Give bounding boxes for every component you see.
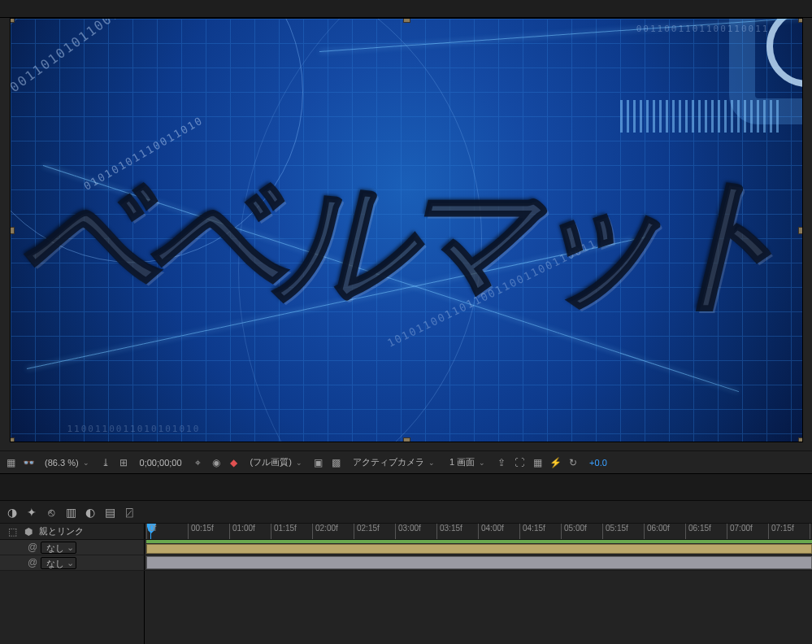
timeline-empty-area[interactable] [145, 571, 812, 644]
eye-icon[interactable]: ◑ [7, 507, 18, 518]
ruler-tick: 07:00f [727, 524, 753, 539]
ruler-tick: 04:00f [478, 524, 504, 539]
channel-icon[interactable]: ◆ [228, 457, 240, 468]
selection-handle[interactable] [10, 438, 14, 442]
exposure-value[interactable]: +0.0 [585, 457, 611, 468]
layer-clip[interactable] [146, 556, 812, 569]
ruler-tick: 03:00f [395, 524, 421, 539]
selection-handle[interactable] [799, 18, 803, 22]
ruler-tick: 06:15f [685, 524, 711, 539]
ruler-tick: 04:15f [519, 524, 545, 539]
cube-icon: ⬚ [7, 526, 18, 537]
viewer-statusbar: ▦ 👓 (86.3 %) ⌄ ⤓ ⊞ 0;00;00;00 ⌖ ◉ ◆ (フル画… [0, 450, 812, 473]
parent-dropdown[interactable]: なし [41, 542, 76, 554]
marker-icon[interactable]: ⍁ [124, 507, 135, 518]
canvas[interactable]: 0011010101100110011 01010101110011010 10… [10, 18, 803, 442]
cube-icon: ⬢ [23, 526, 34, 537]
transparency-icon[interactable]: ▩ [331, 457, 342, 468]
parent-dropdown[interactable]: なし [41, 557, 76, 569]
mask-icon[interactable]: 👓 [23, 457, 34, 468]
hero-text-layer[interactable]: ベベルマット [19, 144, 779, 339]
selection-handle[interactable] [799, 438, 803, 442]
ruler-tick: 01:15f [271, 524, 297, 539]
chevron-down-icon: ⌄ [479, 459, 485, 467]
shy-icon[interactable]: ⎋ [46, 507, 57, 518]
motion-blur-icon[interactable]: ◐ [85, 507, 96, 518]
selection-handle[interactable] [10, 18, 14, 22]
work-area-bar[interactable] [146, 540, 812, 543]
selection-handle[interactable] [799, 228, 803, 233]
views-dropdown[interactable]: 1 画面 ⌄ [445, 455, 489, 469]
camera-dropdown[interactable]: アクティブカメラ ⌄ [349, 455, 439, 469]
zoom-dropdown[interactable]: (86.3 %) ⌄ [41, 457, 93, 468]
ruler-tick: 0f [146, 524, 156, 539]
pickwhip-icon[interactable]: @ [28, 557, 37, 568]
selection-handle[interactable] [404, 438, 410, 442]
renderer-icon[interactable]: ⛶ [514, 457, 525, 468]
selection-handle[interactable] [10, 228, 14, 233]
column-header-parent-link[interactable]: ⬚ ⬢ 親とリンク [0, 524, 145, 539]
region-icon[interactable]: ▣ [313, 457, 324, 468]
ruler-tick: 06:00f [644, 524, 670, 539]
ruler-tick: 02:15f [354, 524, 380, 539]
bg-binary-text: 1100110011010101010 [67, 424, 201, 434]
alpha-icon[interactable]: ▦ [5, 457, 16, 468]
quality-dropdown[interactable]: (フル画質) ⌄ [246, 455, 306, 469]
share-icon[interactable]: ⇪ [496, 457, 507, 468]
composition-viewer[interactable]: 0011010101100110011 01010101110011010 10… [0, 18, 812, 450]
layer-row[interactable]: @ なし [0, 555, 812, 571]
fast-preview-icon[interactable]: ⚡ [549, 457, 561, 468]
ruler-tick: 00:15f [188, 524, 214, 539]
timecode[interactable]: 0;00;00;00 [136, 457, 186, 468]
ruler-tick: 07:15f [768, 524, 794, 539]
views-label: 1 画面 [449, 456, 475, 468]
chevron-down-icon: ⌄ [296, 459, 302, 467]
zoom-value: (86.3 %) [45, 458, 79, 468]
chevron-down-icon: ⌄ [83, 459, 89, 467]
snapshot-icon[interactable]: ⌖ [193, 457, 204, 468]
refresh-icon[interactable]: ↻ [567, 457, 579, 468]
ruler-tick: 05:00f [561, 524, 587, 539]
time-ruler[interactable]: 0f00:15f01:00f01:15f02:00f02:15f03:00f03… [145, 524, 812, 539]
pickwhip-icon[interactable]: @ [28, 542, 37, 553]
ruler-tick: 02:00f [312, 524, 338, 539]
camera-icon[interactable]: ◉ [211, 457, 222, 468]
layer-row[interactable]: @ なし [0, 540, 812, 555]
parent-link-label: 親とリンク [39, 525, 84, 537]
timeline-toolbar: ◑ ✦ ⎋ ▥ ◐ ▤ ⍁ [0, 501, 812, 524]
layer-clip[interactable] [146, 544, 812, 554]
tag-icon[interactable]: ✦ [26, 507, 37, 518]
timeline-panel: ◑ ✦ ⎋ ▥ ◐ ▤ ⍁ ⬚ ⬢ 親とリンク 0f00:15f01:00f01… [0, 501, 812, 644]
ruler-tick: 05:15f [602, 524, 628, 539]
frame-blend-icon[interactable]: ▥ [65, 507, 76, 518]
ruler-tick: 01:00f [229, 524, 255, 539]
camera-label: アクティブカメラ [353, 456, 424, 468]
resolution-down-icon[interactable]: ⤓ [100, 457, 111, 468]
pixel-icon[interactable]: ▦ [532, 457, 543, 468]
grid-icon[interactable]: ⊞ [118, 457, 129, 468]
quality-label: (フル画質) [250, 456, 292, 468]
bg-binary-text: 0011001101100110011 [636, 24, 770, 34]
selection-handle[interactable] [404, 18, 410, 22]
graph-icon[interactable]: ▤ [104, 507, 115, 518]
chevron-down-icon: ⌄ [428, 459, 435, 467]
bg-binary-text: 0011010101100110011 [10, 18, 162, 95]
ruler-tick: 03:15f [436, 524, 462, 539]
